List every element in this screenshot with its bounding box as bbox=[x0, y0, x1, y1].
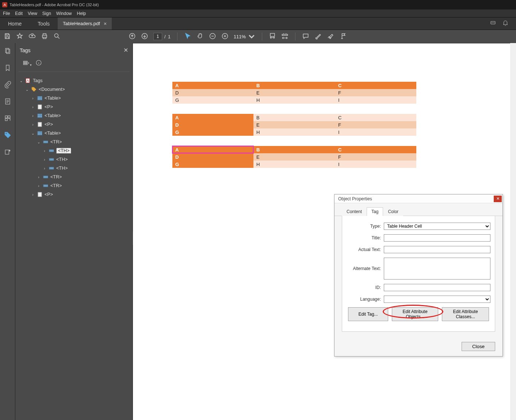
accessibility-icon[interactable] bbox=[4, 148, 11, 157]
cell: C bbox=[335, 82, 416, 89]
cell: F bbox=[335, 121, 416, 128]
title-field[interactable] bbox=[384, 234, 490, 242]
cell: A bbox=[172, 82, 253, 89]
dialog-title: Object Properties bbox=[338, 196, 372, 201]
menu-edit[interactable]: Edit bbox=[15, 11, 23, 16]
zoom-in-icon[interactable] bbox=[221, 32, 229, 41]
type-select[interactable]: Table Header Cell bbox=[384, 223, 490, 230]
menu-view[interactable]: View bbox=[28, 11, 37, 16]
pages-icon[interactable] bbox=[4, 47, 11, 56]
svg-rect-33 bbox=[49, 167, 54, 169]
tree-th-1[interactable]: ›<TH> bbox=[17, 146, 131, 155]
table-1: ABC DEF GHI bbox=[172, 82, 416, 104]
svg-rect-27 bbox=[38, 114, 42, 117]
attachments-icon[interactable] bbox=[4, 81, 11, 90]
more-tools-icon[interactable] bbox=[339, 32, 347, 41]
tabbar: Home Tools TableHeaders.pdf × bbox=[0, 18, 516, 30]
zoom-level[interactable]: 111% bbox=[234, 33, 255, 40]
window-title: TableHeaders.pdf - Adobe Acrobat Pro DC … bbox=[9, 3, 99, 7]
edit-attribute-objects-button[interactable]: Edit Attribute Objects... bbox=[392, 307, 438, 321]
svg-rect-36 bbox=[38, 192, 42, 197]
edit-attribute-classes-button[interactable]: Edit Attribute Classes... bbox=[442, 307, 489, 321]
dialog-titlebar[interactable]: Object Properties ✕ bbox=[335, 194, 502, 203]
search-icon[interactable] bbox=[53, 32, 61, 41]
print-icon[interactable] bbox=[41, 32, 48, 41]
language-select[interactable] bbox=[384, 296, 490, 303]
order-icon[interactable] bbox=[4, 115, 11, 123]
star-icon[interactable] bbox=[16, 32, 23, 41]
cell: D bbox=[172, 121, 253, 128]
tree-tr-2[interactable]: ›<TR> bbox=[17, 173, 131, 181]
dialog-tab-tag[interactable]: Tag bbox=[367, 207, 383, 216]
page-number: / 1 bbox=[153, 33, 171, 40]
sign-icon[interactable] bbox=[327, 32, 334, 41]
menu-sign[interactable]: Sign bbox=[42, 11, 51, 16]
dialog-close-button[interactable]: Close bbox=[462, 342, 495, 351]
tags-tree: ⌄Tags ⌄<Document> ›<Table> ›<P> ›<Table>… bbox=[15, 74, 133, 201]
label-lang: Language: bbox=[347, 297, 384, 302]
cell: H bbox=[253, 128, 335, 136]
tab-close-icon[interactable]: × bbox=[104, 21, 107, 27]
label-title: Title: bbox=[347, 235, 384, 240]
content-icon[interactable] bbox=[4, 98, 11, 107]
cell: I bbox=[335, 96, 416, 104]
menu-window[interactable]: Window bbox=[56, 11, 72, 16]
fit-height-icon[interactable] bbox=[281, 32, 288, 41]
tab-home[interactable]: Home bbox=[0, 18, 30, 30]
tags-icon[interactable] bbox=[4, 131, 11, 140]
svg-point-1 bbox=[492, 22, 492, 23]
svg-rect-15 bbox=[8, 116, 10, 118]
next-page-icon[interactable] bbox=[141, 32, 148, 41]
tree-tr-3[interactable]: ›<TR> bbox=[17, 181, 131, 190]
panel-options-icon[interactable]: ▾ bbox=[23, 59, 32, 67]
comment-icon[interactable] bbox=[302, 32, 309, 41]
dialog-tab-content[interactable]: Content bbox=[342, 207, 367, 216]
zoom-out-icon[interactable] bbox=[209, 32, 216, 41]
bell-icon[interactable] bbox=[490, 20, 496, 28]
prev-page-icon[interactable] bbox=[129, 32, 136, 41]
cell: B bbox=[253, 82, 335, 89]
id-field[interactable] bbox=[384, 284, 490, 291]
menu-file[interactable]: File bbox=[3, 11, 10, 16]
notif-icon[interactable] bbox=[502, 20, 509, 28]
highlight-icon[interactable] bbox=[314, 32, 322, 41]
actual-text-field[interactable] bbox=[384, 246, 490, 253]
cell: F bbox=[335, 153, 416, 161]
menu-help[interactable]: Help bbox=[77, 11, 86, 16]
tab-tools[interactable]: Tools bbox=[30, 18, 58, 30]
table-3: ABC DEF GHI bbox=[172, 146, 416, 168]
fit-width-icon[interactable] bbox=[269, 32, 276, 41]
dialog-tab-color[interactable]: Color bbox=[383, 207, 403, 216]
edit-tag-button[interactable]: Edit Tag... bbox=[348, 307, 388, 321]
tree-th-2[interactable]: ›<TH> bbox=[17, 155, 131, 164]
label-id: ID: bbox=[347, 285, 384, 290]
panel-close-icon[interactable]: ✕ bbox=[123, 47, 128, 54]
dialog-close-icon[interactable]: ✕ bbox=[494, 196, 502, 202]
tree-table-2[interactable]: ›<Table> bbox=[17, 111, 131, 120]
alt-text-field[interactable] bbox=[384, 258, 490, 280]
tree-p-2[interactable]: ›<P> bbox=[17, 120, 131, 129]
left-rail bbox=[0, 43, 15, 420]
save-icon[interactable] bbox=[4, 32, 11, 41]
tree-p-3[interactable]: ›<P> bbox=[17, 190, 131, 199]
svg-rect-14 bbox=[5, 116, 7, 118]
tree-tr-1[interactable]: ⌄<TR> bbox=[17, 138, 131, 146]
panel-title: Tags bbox=[20, 47, 31, 53]
page-input[interactable] bbox=[153, 33, 162, 40]
tree-document[interactable]: ⌄<Document> bbox=[17, 85, 131, 94]
panel-info-icon[interactable] bbox=[35, 59, 42, 67]
vertical-scrollbar[interactable] bbox=[510, 43, 516, 420]
cloud-upload-icon[interactable] bbox=[28, 32, 36, 41]
bookmarks-icon[interactable] bbox=[4, 64, 11, 73]
tree-table-1[interactable]: ›<Table> bbox=[17, 94, 131, 103]
cell: E bbox=[253, 121, 335, 128]
svg-point-19 bbox=[9, 150, 10, 151]
tree-th-3[interactable]: ›<TH> bbox=[17, 164, 131, 173]
tree-p-1[interactable]: ›<P> bbox=[17, 103, 131, 111]
tree-root[interactable]: ⌄Tags bbox=[17, 76, 131, 85]
svg-rect-35 bbox=[43, 185, 48, 187]
hand-tool-icon[interactable] bbox=[196, 32, 204, 41]
tab-document[interactable]: TableHeaders.pdf × bbox=[58, 18, 112, 30]
tree-table-3[interactable]: ⌄<Table> bbox=[17, 129, 131, 138]
select-tool-icon[interactable] bbox=[184, 32, 191, 41]
